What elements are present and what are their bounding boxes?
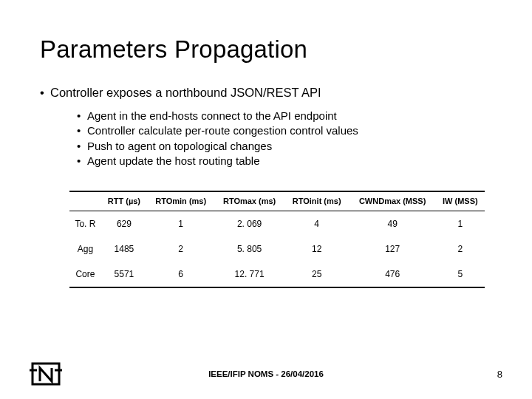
cell: 5 bbox=[436, 262, 485, 287]
sub-bullet: Agent in the end-hosts connect to the AP… bbox=[77, 109, 492, 123]
sub-bullet: Push to agent on topological changes bbox=[77, 139, 492, 154]
col-header: CWNDmax (MSS) bbox=[349, 191, 436, 211]
footer: IEEE/IFIP NOMS - 26/04/2016 8 bbox=[0, 361, 532, 387]
cell: 2. 069 bbox=[214, 211, 284, 236]
sub-bullet: Agent update the host routing table bbox=[77, 154, 492, 168]
cell: 1485 bbox=[101, 236, 147, 262]
cell: 25 bbox=[284, 262, 349, 287]
col-header: RTOinit (ms) bbox=[284, 191, 349, 211]
cell: 4 bbox=[284, 211, 349, 236]
sub-bullet: Controller calculate per-route congestio… bbox=[77, 123, 492, 138]
col-header: IW (MSS) bbox=[436, 191, 485, 211]
cell: 127 bbox=[349, 236, 436, 262]
cell: 12. 771 bbox=[214, 262, 284, 287]
slide-title: Parameters Propagation bbox=[40, 35, 492, 64]
cell: 2 bbox=[147, 236, 214, 262]
sub-bullet-list: Agent in the end-hosts connect to the AP… bbox=[40, 109, 492, 168]
table-row: To. R 629 1 2. 069 4 49 1 bbox=[69, 211, 485, 236]
cell: 6 bbox=[147, 262, 214, 287]
cell: 1 bbox=[147, 211, 214, 236]
col-header: RTOmin (ms) bbox=[147, 191, 214, 211]
logo-icon bbox=[30, 361, 62, 387]
cell: 1 bbox=[436, 211, 485, 236]
col-header: RTT (µs) bbox=[101, 191, 147, 211]
cell: 12 bbox=[284, 236, 349, 262]
table-row: Agg 1485 2 5. 805 12 127 2 bbox=[69, 236, 485, 262]
parameters-table: RTT (µs) RTOmin (ms) RTOmax (ms) RTOinit… bbox=[40, 191, 492, 288]
row-label: To. R bbox=[69, 211, 101, 236]
col-header: RTOmax (ms) bbox=[214, 191, 284, 211]
cell: 49 bbox=[349, 211, 436, 236]
table-header-row: RTT (µs) RTOmin (ms) RTOmax (ms) RTOinit… bbox=[69, 191, 485, 211]
cell: 5571 bbox=[101, 262, 147, 287]
bullet-main: Controller exposes a northbound JSON/RES… bbox=[40, 86, 492, 100]
row-label: Agg bbox=[69, 236, 101, 262]
cell: 5. 805 bbox=[214, 236, 284, 262]
cell: 629 bbox=[101, 211, 147, 236]
page-number: 8 bbox=[497, 369, 502, 380]
table-row: Core 5571 6 12. 771 25 476 5 bbox=[69, 262, 485, 287]
cell: 2 bbox=[436, 236, 485, 262]
footer-text: IEEE/IFIP NOMS - 26/04/2016 bbox=[208, 369, 324, 378]
col-header bbox=[69, 191, 101, 211]
row-label: Core bbox=[69, 262, 101, 287]
cell: 476 bbox=[349, 262, 436, 287]
